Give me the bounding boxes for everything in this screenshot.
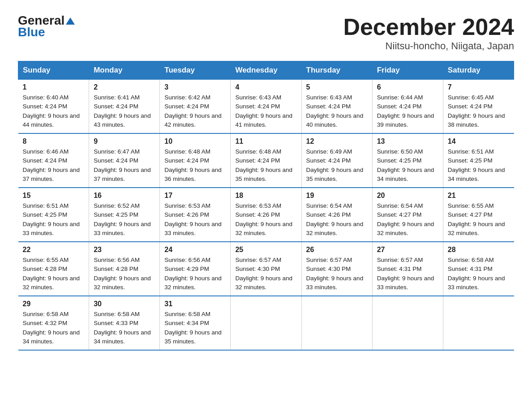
day-info: Sunrise: 6:40 AMSunset: 4:24 PMDaylight:… — [23, 93, 85, 129]
day-number: 11 — [235, 137, 296, 146]
day-info: Sunrise: 6:56 AMSunset: 4:29 PMDaylight:… — [164, 256, 226, 292]
logo-blue: Blue — [18, 25, 75, 39]
day-info: Sunrise: 6:58 AMSunset: 4:31 PMDaylight:… — [448, 256, 510, 292]
calendar-cell: 3Sunrise: 6:42 AMSunset: 4:24 PMDaylight… — [160, 80, 231, 134]
day-number: 1 — [23, 83, 85, 91]
calendar-cell: 2Sunrise: 6:41 AMSunset: 4:24 PMDaylight… — [89, 80, 160, 134]
title-block: December 2024 Niitsu-honcho, Niigata, Ja… — [343, 13, 514, 52]
day-number: 7 — [448, 83, 510, 91]
day-info: Sunrise: 6:58 AMSunset: 4:32 PMDaylight:… — [23, 310, 85, 346]
day-number: 25 — [235, 246, 296, 254]
header-monday: Monday — [89, 61, 160, 80]
day-number: 10 — [164, 137, 226, 146]
calendar-cell: 13Sunrise: 6:50 AMSunset: 4:25 PMDayligh… — [372, 133, 443, 188]
day-info: Sunrise: 6:44 AMSunset: 4:24 PMDaylight:… — [377, 93, 438, 129]
day-info: Sunrise: 6:49 AMSunset: 4:24 PMDaylight:… — [306, 147, 368, 184]
day-number: 23 — [94, 246, 155, 254]
day-number: 24 — [164, 246, 226, 254]
header-sunday: Sunday — [18, 61, 89, 80]
day-number: 12 — [306, 137, 368, 146]
day-info: Sunrise: 6:53 AMSunset: 4:26 PMDaylight:… — [164, 201, 226, 238]
day-info: Sunrise: 6:43 AMSunset: 4:24 PMDaylight:… — [306, 93, 368, 129]
day-number: 17 — [164, 192, 226, 200]
calendar-cell: 22Sunrise: 6:55 AMSunset: 4:28 PMDayligh… — [18, 242, 89, 296]
day-info: Sunrise: 6:48 AMSunset: 4:24 PMDaylight:… — [164, 147, 226, 184]
svg-marker-0 — [66, 17, 75, 25]
calendar-cell: 9Sunrise: 6:47 AMSunset: 4:24 PMDaylight… — [89, 133, 160, 188]
header-wednesday: Wednesday — [231, 61, 301, 80]
day-info: Sunrise: 6:54 AMSunset: 4:27 PMDaylight:… — [377, 201, 438, 238]
day-number: 18 — [235, 192, 296, 200]
calendar-cell: 1Sunrise: 6:40 AMSunset: 4:24 PMDaylight… — [18, 80, 89, 134]
calendar-cell: 24Sunrise: 6:56 AMSunset: 4:29 PMDayligh… — [160, 242, 231, 296]
day-info: Sunrise: 6:43 AMSunset: 4:24 PMDaylight:… — [235, 93, 296, 129]
calendar-cell: 8Sunrise: 6:46 AMSunset: 4:24 PMDaylight… — [18, 133, 89, 188]
calendar-cell: 12Sunrise: 6:49 AMSunset: 4:24 PMDayligh… — [301, 133, 372, 188]
location-title: Niitsu-honcho, Niigata, Japan — [343, 40, 514, 52]
header-friday: Friday — [372, 61, 443, 80]
week-row-4: 22Sunrise: 6:55 AMSunset: 4:28 PMDayligh… — [18, 242, 514, 296]
day-info: Sunrise: 6:51 AMSunset: 4:25 PMDaylight:… — [23, 201, 85, 238]
calendar-cell: 14Sunrise: 6:51 AMSunset: 4:25 PMDayligh… — [443, 133, 514, 188]
day-number: 28 — [448, 246, 510, 254]
day-info: Sunrise: 6:55 AMSunset: 4:27 PMDaylight:… — [448, 201, 510, 238]
calendar-header-row: SundayMondayTuesdayWednesdayThursdayFrid… — [18, 61, 514, 80]
week-row-2: 8Sunrise: 6:46 AMSunset: 4:24 PMDaylight… — [18, 133, 514, 188]
calendar-cell: 18Sunrise: 6:53 AMSunset: 4:26 PMDayligh… — [231, 188, 301, 242]
day-info: Sunrise: 6:58 AMSunset: 4:33 PMDaylight:… — [94, 310, 155, 346]
day-number: 9 — [94, 137, 155, 146]
page-header: General Blue December 2024 Niitsu-honcho… — [18, 13, 514, 52]
day-number: 15 — [23, 192, 85, 200]
calendar-cell: 26Sunrise: 6:57 AMSunset: 4:30 PMDayligh… — [301, 242, 372, 296]
day-info: Sunrise: 6:51 AMSunset: 4:25 PMDaylight:… — [448, 147, 510, 184]
day-number: 2 — [94, 83, 155, 91]
week-row-3: 15Sunrise: 6:51 AMSunset: 4:25 PMDayligh… — [18, 188, 514, 242]
week-row-5: 29Sunrise: 6:58 AMSunset: 4:32 PMDayligh… — [18, 296, 514, 350]
day-number: 14 — [448, 137, 510, 146]
calendar-cell: 30Sunrise: 6:58 AMSunset: 4:33 PMDayligh… — [89, 296, 160, 350]
day-info: Sunrise: 6:41 AMSunset: 4:24 PMDaylight:… — [94, 93, 155, 129]
calendar-cell — [443, 296, 514, 350]
header-thursday: Thursday — [301, 61, 372, 80]
calendar-cell: 31Sunrise: 6:58 AMSunset: 4:34 PMDayligh… — [160, 296, 231, 350]
day-number: 21 — [448, 192, 510, 200]
calendar-cell: 6Sunrise: 6:44 AMSunset: 4:24 PMDaylight… — [372, 80, 443, 134]
day-number: 4 — [235, 83, 296, 91]
day-number: 13 — [377, 137, 438, 146]
header-tuesday: Tuesday — [160, 61, 231, 80]
logo: General Blue — [18, 13, 75, 39]
day-number: 29 — [23, 300, 85, 308]
day-number: 27 — [377, 246, 438, 254]
day-number: 20 — [377, 192, 438, 200]
calendar-cell: 29Sunrise: 6:58 AMSunset: 4:32 PMDayligh… — [18, 296, 89, 350]
day-number: 8 — [23, 137, 85, 146]
calendar-cell: 7Sunrise: 6:45 AMSunset: 4:24 PMDaylight… — [443, 80, 514, 134]
day-number: 26 — [306, 246, 368, 254]
calendar-cell: 10Sunrise: 6:48 AMSunset: 4:24 PMDayligh… — [160, 133, 231, 188]
day-number: 16 — [94, 192, 155, 200]
day-number: 31 — [164, 300, 226, 308]
calendar-table: SundayMondayTuesdayWednesdayThursdayFrid… — [18, 61, 514, 351]
calendar-cell: 23Sunrise: 6:56 AMSunset: 4:28 PMDayligh… — [89, 242, 160, 296]
calendar-cell — [372, 296, 443, 350]
day-info: Sunrise: 6:58 AMSunset: 4:34 PMDaylight:… — [164, 310, 226, 346]
day-info: Sunrise: 6:56 AMSunset: 4:28 PMDaylight:… — [94, 256, 155, 292]
week-row-1: 1Sunrise: 6:40 AMSunset: 4:24 PMDaylight… — [18, 80, 514, 134]
calendar-cell: 11Sunrise: 6:48 AMSunset: 4:24 PMDayligh… — [231, 133, 301, 188]
calendar-cell: 19Sunrise: 6:54 AMSunset: 4:26 PMDayligh… — [301, 188, 372, 242]
calendar-cell — [301, 296, 372, 350]
day-info: Sunrise: 6:54 AMSunset: 4:26 PMDaylight:… — [306, 201, 368, 238]
calendar-cell — [231, 296, 301, 350]
calendar-cell: 21Sunrise: 6:55 AMSunset: 4:27 PMDayligh… — [443, 188, 514, 242]
day-info: Sunrise: 6:57 AMSunset: 4:30 PMDaylight:… — [306, 256, 368, 292]
day-info: Sunrise: 6:48 AMSunset: 4:24 PMDaylight:… — [235, 147, 296, 184]
day-info: Sunrise: 6:55 AMSunset: 4:28 PMDaylight:… — [23, 256, 85, 292]
day-number: 3 — [164, 83, 226, 91]
calendar-cell: 16Sunrise: 6:52 AMSunset: 4:25 PMDayligh… — [89, 188, 160, 242]
day-info: Sunrise: 6:57 AMSunset: 4:30 PMDaylight:… — [235, 256, 296, 292]
calendar-cell: 20Sunrise: 6:54 AMSunset: 4:27 PMDayligh… — [372, 188, 443, 242]
day-number: 19 — [306, 192, 368, 200]
day-number: 30 — [94, 300, 155, 308]
logo-triangle-icon — [65, 16, 75, 26]
calendar-cell: 4Sunrise: 6:43 AMSunset: 4:24 PMDaylight… — [231, 80, 301, 134]
